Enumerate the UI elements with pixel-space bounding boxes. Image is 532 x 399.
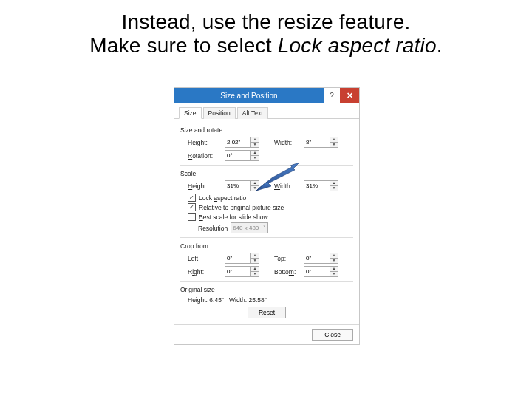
label-height: Height:: [188, 139, 222, 146]
tab-bar: Size Position Alt Text: [174, 103, 359, 119]
group-size-rotate: Size and rotate: [180, 126, 353, 134]
close-icon[interactable]: ✕: [340, 88, 359, 103]
tab-alt-text[interactable]: Alt Text: [237, 107, 268, 119]
chevron-down-icon: ˅: [263, 225, 266, 231]
label-crop-left: Left:: [188, 255, 222, 262]
help-button[interactable]: ?: [324, 88, 340, 103]
scale-height-input[interactable]: ▲▼: [225, 180, 259, 191]
close-button[interactable]: Close: [312, 329, 353, 341]
label-resolution: Resolution: [198, 225, 228, 232]
slide-title-line2: Make sure to select Lock aspect ratio.: [22, 34, 510, 58]
group-crop-from: Crop from: [180, 242, 353, 250]
checkbox-icon: [188, 213, 196, 221]
original-size-values: Height: 6.45" Width: 25.58": [180, 296, 353, 304]
resolution-select: 640 x 480 ˅: [231, 222, 268, 233]
label-crop-bottom: Bottom:: [274, 268, 301, 276]
crop-top-input[interactable]: ▲▼: [304, 253, 338, 264]
checkbox-icon: [188, 194, 196, 202]
slide-title-line1: Instead, use the resize feature.: [22, 10, 510, 34]
label-scale-height: Height:: [188, 183, 222, 190]
dialog-title: Size and Position: [174, 88, 324, 103]
reset-button[interactable]: Reset: [248, 307, 286, 318]
best-scale-checkbox[interactable]: Best scale for slide show: [188, 213, 353, 221]
lock-aspect-label: Lock aspect ratio: [199, 194, 246, 202]
crop-bottom-input[interactable]: ▲▼: [304, 266, 338, 277]
checkbox-icon: [188, 203, 196, 211]
rotation-input[interactable]: ▲▼: [225, 150, 259, 161]
label-width: Width:: [274, 139, 301, 146]
titlebar: Size and Position ? ✕: [174, 88, 359, 103]
relative-original-checkbox[interactable]: Relative to original picture size: [188, 203, 353, 211]
label-crop-top: Top:: [274, 255, 301, 262]
tab-position[interactable]: Position: [203, 107, 236, 119]
crop-right-input[interactable]: ▲▼: [225, 266, 259, 277]
label-scale-width: Width:: [274, 183, 301, 190]
best-scale-label: Best scale for slide show: [199, 214, 268, 221]
scale-width-input[interactable]: ▲▼: [304, 180, 338, 191]
label-crop-right: Right:: [188, 268, 222, 276]
relative-label: Relative to original picture size: [199, 204, 284, 211]
group-scale: Scale: [180, 170, 353, 177]
slide-title: Instead, use the resize feature. Make su…: [0, 0, 532, 58]
group-original-size: Original size: [180, 286, 353, 293]
height-input[interactable]: ▲▼: [225, 137, 259, 148]
width-input[interactable]: ▲▼: [304, 137, 338, 148]
label-rotation: Rotation:: [188, 152, 222, 160]
crop-left-input[interactable]: ▲▼: [225, 253, 259, 264]
lock-aspect-ratio-checkbox[interactable]: Lock aspect ratio: [188, 194, 353, 202]
size-position-dialog: Size and Position ? ✕ Size Position Alt …: [174, 87, 360, 345]
tab-size[interactable]: Size: [179, 107, 202, 119]
